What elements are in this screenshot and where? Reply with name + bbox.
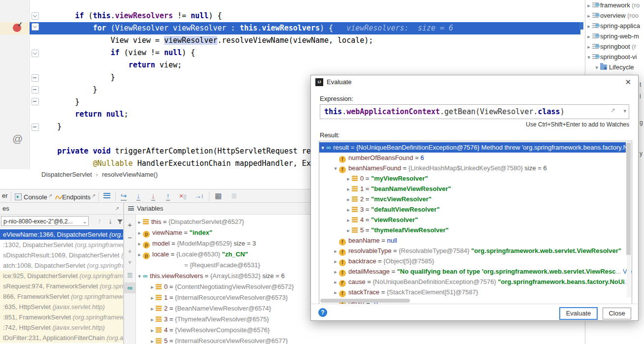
breadcrumb-class[interactable]: DispatcherServlet (41, 171, 92, 178)
chevron-icon[interactable]: ▸ (332, 267, 339, 277)
chevron-icon[interactable]: ▸ (332, 277, 339, 287)
result-tree-row[interactable]: fnumberOfBeansFound = 6 (319, 153, 632, 163)
thread-dropdown[interactable]: p-nio-8080-exec-2"@6,2...⌄ (1, 216, 89, 226)
result-tree-row[interactable]: ▸fdetailMessage = "No qualifying bean of… (319, 266, 632, 277)
variable-row[interactable]: ▸5 = {InternalResourceViewResolver@6577} (136, 336, 584, 344)
chevron-icon[interactable]: ▸ (136, 249, 143, 260)
chevron-icon[interactable]: ▸ (345, 205, 352, 215)
run-to-cursor-icon[interactable]: →I (193, 191, 204, 202)
show-execution-point-icon[interactable] (102, 191, 112, 202)
history-chevron-icon[interactable]: ▾ (623, 108, 626, 114)
result-tree-row[interactable]: ▾∞result = {NoUniqueBeanDefinitionExcept… (319, 142, 626, 153)
chevron-icon[interactable]: ▾ (585, 52, 592, 62)
chevron-icon[interactable]: ▸ (345, 174, 352, 184)
stack-frame-row[interactable]: sDispatchResult:1069, DispatcherServlet … (0, 250, 123, 260)
chevron-icon[interactable]: ▸ (585, 11, 592, 21)
frame-up-icon[interactable]: ↑ (95, 216, 104, 226)
result-tree[interactable]: ▾∞result = {NoUniqueBeanDefinitionExcept… (319, 141, 632, 304)
remove-watch-icon[interactable]: − (124, 232, 136, 243)
dialog-titlebar[interactable]: IJ Evaluate ✕ (311, 75, 638, 89)
fold-marker-icon[interactable] (32, 50, 39, 57)
result-tree-row[interactable]: fbeanName = null (319, 235, 632, 246)
maven-module-item[interactable]: ▾mspringboot-vi (585, 52, 644, 62)
chevron-icon[interactable]: ▸ (345, 194, 352, 205)
vertical-scrollbar-thumb[interactable] (626, 143, 631, 255)
breadcrumb-method[interactable]: resolveViewName() (102, 171, 158, 178)
evaluate-button[interactable]: Evaluate (559, 307, 598, 320)
result-tree-row[interactable]: ▸fbacktrace = {Object[5]@7585} (319, 256, 632, 266)
result-tree-row[interactable]: ▸3 = "defaultViewResolver" (319, 204, 632, 215)
chevron-icon[interactable]: ▸ (332, 256, 339, 267)
add-watch-icon[interactable]: + (124, 219, 136, 230)
move-up-icon[interactable]: ▲ (124, 245, 136, 256)
chevron-icon[interactable]: ▸ (585, 0, 592, 10)
stack-frame-row[interactable]: ice:925, DispatcherServlet (org.springfr… (0, 271, 123, 281)
tab-endpoints[interactable]: Endpoints↗ (55, 189, 96, 202)
close-icon[interactable]: ✕ (625, 75, 631, 89)
frames-pin-icon[interactable]: ↗ (115, 203, 119, 215)
stack-frame-row[interactable]: 866, FrameworkServlet (org.springframewo (0, 291, 123, 302)
variables-menu-icon[interactable] (128, 206, 134, 211)
chevron-icon[interactable]: ▸ (149, 325, 156, 336)
step-out-icon[interactable]: ↑ (163, 191, 173, 202)
help-icon[interactable]: ? (318, 308, 327, 317)
result-tree-row[interactable]: ▸f'cause = {NoUniqueBeanDefinitionExcept… (319, 277, 632, 287)
show-watches-icon[interactable]: ∞ (124, 282, 136, 293)
layout-settings-icon[interactable]: ≣ (229, 191, 239, 202)
stack-frame-row[interactable]: :1302, DispatcherServlet (org.springfram… (0, 240, 123, 250)
chevron-icon[interactable]: ▸ (345, 184, 352, 194)
chevron-icon[interactable]: ▸ (332, 246, 339, 256)
result-tree-row[interactable]: ▸5 = "thymeleafViewResolver" (319, 225, 632, 235)
stack-frame-row[interactable]: :851, FrameworkServlet (org.springframew… (0, 312, 123, 322)
filter-frames-icon[interactable] (117, 218, 123, 225)
chevron-icon[interactable]: ▸ (136, 227, 143, 238)
variable-row[interactable]: ▸4 = {ViewResolverComposite@6576} (136, 325, 584, 336)
stack-frame-row[interactable]: atch:1008, DispatcherServlet (org.spring… (0, 260, 123, 271)
move-down-icon[interactable]: ▼ (124, 257, 136, 268)
chevron-icon[interactable]: ▸ (585, 21, 592, 31)
fold-marker-icon[interactable] (32, 98, 39, 105)
stack-frame-row[interactable]: eViewName:1366, DispatcherServlet (org.s… (0, 229, 123, 240)
result-tree-row[interactable]: ▸1 = "beanNameViewResolver" (319, 184, 632, 194)
fold-marker-icon[interactable] (32, 74, 39, 82)
fold-marker-icon[interactable] (32, 12, 39, 20)
chevron-icon[interactable]: ▾ (593, 63, 600, 72)
breadcrumb[interactable]: DispatcherServlet›resolveViewName() (41, 169, 158, 180)
fold-marker-icon[interactable] (32, 124, 39, 131)
stack-frame-row[interactable]: :742, HttpServlet (javax.servlet.http) (0, 322, 123, 333)
chevron-icon[interactable]: ▸ (345, 225, 352, 236)
chevron-icon[interactable]: ▸ (149, 336, 156, 344)
close-button[interactable]: Close (603, 308, 631, 319)
chevron-icon[interactable]: ▸ (149, 281, 156, 292)
stack-frame-row[interactable]: :635, HttpServlet (javax.servlet.http) (0, 302, 123, 312)
maven-module-item[interactable]: ▸mframework (ro (585, 0, 644, 10)
chevron-icon[interactable]: ▸ (585, 42, 592, 52)
chevron-icon[interactable]: ▾ (319, 143, 326, 153)
chevron-icon[interactable]: ▸ (149, 303, 156, 314)
maven-module-item[interactable]: ▸mspring-applica (585, 21, 644, 31)
maven-module-item[interactable]: ▸mspringboot (r (585, 41, 644, 52)
result-tree-row[interactable]: ▸fstackTrace = {StackTraceElement[51]@75… (319, 287, 632, 297)
chevron-icon[interactable]: ▸ (149, 292, 156, 303)
result-tree-row[interactable]: ▸2 = "mvcViewResolver" (319, 194, 632, 204)
stack-frame-row[interactable]: sRequest:974, FrameworkServlet (org.spri… (0, 281, 123, 291)
horizontal-scrollbar[interactable] (320, 299, 410, 303)
force-step-into-icon[interactable]: ↓ (148, 191, 159, 202)
chevron-icon[interactable]: ▸ (345, 215, 352, 225)
maven-module-item[interactable]: ▸mspring-web-m (585, 31, 644, 41)
chevron-icon[interactable]: ▸ (149, 314, 156, 325)
tab-debugger-partial[interactable]: er (2, 189, 8, 202)
step-over-icon[interactable]: ↪ (118, 191, 129, 202)
result-tree-row[interactable]: ▸4 = "viewResolver" (319, 215, 632, 225)
maven-module-item[interactable]: ▸moverview (roo (585, 10, 644, 21)
fold-marker-icon[interactable] (32, 86, 39, 94)
expression-input[interactable]: this.webApplicationContext.getBean(ViewR… (320, 104, 629, 119)
evaluate-expression-icon[interactable]: ▦ (213, 191, 224, 202)
chevron-icon[interactable]: ▸ (136, 238, 143, 249)
duplicate-icon[interactable]: ≣ (124, 270, 136, 281)
maven-lifecycle-item[interactable]: ▾Lifecycle (585, 62, 644, 72)
frame-down-icon[interactable]: ↓ (105, 216, 115, 226)
drop-frame-icon[interactable]: ×▯ (177, 191, 188, 202)
result-tree-row[interactable]: ▾fbeanNamesFound = {LinkedHashMap$Linked… (319, 163, 632, 173)
chevron-icon[interactable]: ▸ (585, 31, 592, 41)
